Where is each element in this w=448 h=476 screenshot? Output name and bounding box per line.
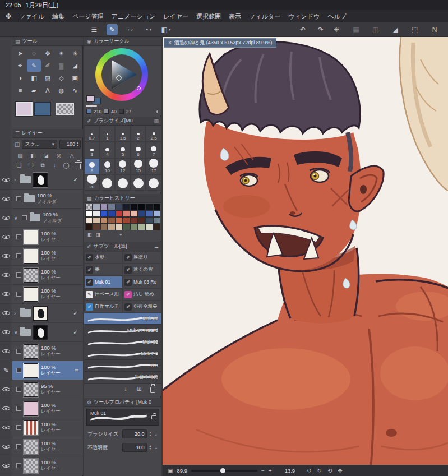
blend-mode-select[interactable]: スク... ▾ [22, 140, 57, 149]
fill-tool-icon[interactable]: ◧ [27, 72, 40, 84]
brush-size-2[interactable]: 2 [131, 126, 146, 142]
subtool-thick-paint[interactable]: ✐厚塗り [123, 251, 161, 264]
layer-visibility-cell[interactable] [0, 456, 12, 475]
history-swatch[interactable] [85, 224, 93, 230]
history-swatch[interactable] [108, 217, 115, 224]
history-swatch[interactable] [153, 217, 160, 224]
brush-size-5[interactable]: 5 [115, 142, 131, 158]
spray-rotate-icon[interactable]: ✳ [331, 24, 342, 35]
duplicate-layer-icon[interactable]: ⧉ [39, 162, 46, 169]
balloon-tool-icon[interactable]: ◍ [54, 84, 68, 96]
layer-checkbox[interactable] [16, 234, 21, 239]
cloud-sync-icon[interactable]: ☁ [154, 244, 159, 249]
menu-item-animation[interactable]: アニメーション [112, 12, 156, 21]
layer-visibility-cell[interactable] [0, 209, 12, 228]
brush-size-17[interactable]: 17 [146, 158, 161, 174]
menu-item-help[interactable]: ヘルプ [327, 12, 347, 21]
history-swatch[interactable] [123, 217, 130, 224]
folder-expand-icon[interactable]: ∨ [14, 330, 20, 335]
brush-size-1.5[interactable]: 1.5 [115, 126, 131, 142]
subtool-juice-base[interactable]: ✎汁ベース用 [84, 288, 123, 301]
layer-row[interactable]: 100 %レイヤー [0, 228, 83, 247]
history-swatch[interactable] [130, 210, 137, 217]
layer-row[interactable]: ›✓ [0, 304, 83, 323]
brush-size-0.7[interactable]: 0.7 [84, 126, 100, 142]
opacity-stepper[interactable]: ▲▼ [76, 141, 79, 147]
hand-pan-icon[interactable]: ✥ [338, 468, 342, 474]
canvas-artwork[interactable] [163, 37, 448, 476]
eraser-tool-icon[interactable]: ◢ [68, 59, 82, 72]
layer-row[interactable]: 100 %フォルダ [0, 190, 83, 209]
layer-visibility-cell[interactable] [0, 418, 12, 437]
lasso-tool-icon[interactable]: ◌ [27, 47, 40, 59]
blend-mode-dropdown-icon[interactable]: ◧▾ [160, 24, 172, 35]
brush-size-large[interactable] [146, 174, 161, 191]
brush-size-3[interactable]: 3 [84, 142, 100, 158]
zoom-in-button[interactable]: + [269, 468, 272, 474]
layer-visibility-cell[interactable] [0, 190, 12, 209]
layer-checkbox[interactable] [16, 349, 21, 354]
layer-row[interactable]: 100 %レイヤー [0, 418, 83, 437]
layer-checkbox[interactable] [16, 196, 21, 201]
layer-checkbox[interactable] [16, 444, 21, 449]
undo-icon[interactable]: ↶ [297, 24, 308, 35]
grid-view-icon[interactable]: ▥ [154, 118, 159, 124]
history-swatch[interactable] [116, 224, 123, 230]
history-swatch[interactable] [153, 224, 160, 230]
layer-visibility-cell[interactable] [0, 342, 12, 361]
history-swatch[interactable] [138, 217, 145, 224]
layer-checkbox[interactable] [16, 272, 21, 278]
layer-visibility-cell[interactable] [0, 304, 12, 323]
menu-item-window[interactable]: ウィンドウ [288, 12, 320, 21]
app-logo-icon[interactable]: ✤ [6, 12, 11, 20]
operation-tool-icon[interactable]: ➤ [13, 47, 27, 59]
layer-visibility-cell[interactable] [0, 285, 12, 304]
opacity-field[interactable]: 100 [122, 443, 147, 452]
deco-tool-icon[interactable]: ✳ [68, 47, 82, 59]
layer-checkbox[interactable] [16, 368, 21, 373]
eraser-wedge-icon[interactable]: ◢ [390, 24, 401, 35]
delete-subtool-icon[interactable] [149, 385, 156, 393]
history-swatch[interactable] [123, 224, 130, 230]
layer-visibility-cell[interactable] [0, 323, 12, 342]
move-tool-icon[interactable]: ✥ [41, 47, 54, 59]
history-swatch[interactable] [153, 210, 160, 217]
new-folder-icon[interactable]: ❐ [27, 162, 34, 168]
brush-size-20[interactable]: 20 [84, 174, 100, 191]
history-swatch[interactable] [93, 224, 100, 230]
history-option-icon-2[interactable]: ◨ [96, 232, 101, 237]
layer-row[interactable]: 100 %レイヤー [0, 456, 83, 475]
history-swatch[interactable] [108, 224, 115, 230]
layer-row[interactable]: ∨✓ [0, 323, 83, 342]
brush-tool-icon[interactable]: ✐ [41, 59, 54, 72]
wand-tool-icon[interactable]: ✴ [54, 47, 68, 59]
layer-mask-icon[interactable]: ◯ [63, 162, 70, 168]
brush-size-field[interactable]: 20.0 [122, 429, 147, 438]
ruler-tool-icon[interactable]: ≡ [13, 84, 27, 96]
merge-down-icon[interactable]: ↓ [51, 162, 58, 168]
subtool-stain-hard[interactable]: ✐汚し 硬め [123, 288, 161, 301]
history-swatch[interactable] [108, 204, 115, 210]
folder-expand-icon[interactable]: › [14, 177, 20, 183]
lock-icon[interactable] [151, 415, 156, 419]
history-swatch[interactable] [130, 224, 137, 230]
layer-visibility-cell[interactable] [0, 399, 12, 418]
history-swatch[interactable] [93, 217, 100, 224]
reference-layer-icon[interactable]: ▦ [350, 24, 362, 35]
correction-tool-icon[interactable]: ∿ [68, 84, 82, 96]
history-option-icon-1[interactable]: ◧ [87, 232, 92, 237]
frame-tool-icon[interactable]: ▣ [68, 72, 82, 84]
zoom-slider-knob[interactable] [220, 468, 225, 473]
brush-size-large[interactable] [131, 174, 146, 191]
brush-size-2.5[interactable]: 2.5 [146, 126, 161, 142]
history-swatch[interactable] [100, 217, 108, 224]
layer-checkbox[interactable] [16, 425, 21, 430]
history-swatch[interactable] [123, 210, 130, 217]
lock-alpha-icon[interactable]: ▨ [17, 152, 24, 159]
brush-size-7[interactable]: 7 [146, 142, 161, 158]
subtool-muk-03[interactable]: ✐Muk 03 Ro [123, 276, 161, 288]
history-swatch[interactable] [116, 210, 123, 217]
clip-below-icon[interactable]: ◪ [43, 152, 49, 159]
layer-visibility-cell[interactable] [0, 228, 12, 247]
layer-row[interactable]: 100 %レイヤー [0, 399, 83, 418]
